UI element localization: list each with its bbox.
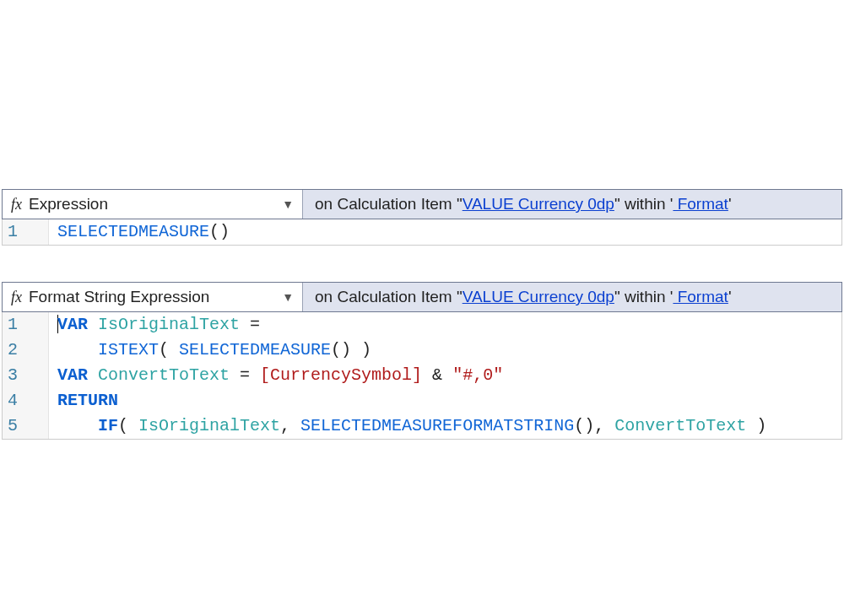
line-number: 1 bbox=[3, 219, 49, 245]
code-token: SELECTEDMEASUREFORMATSTRING bbox=[300, 416, 574, 435]
code-editor[interactable]: 1SELECTEDMEASURE() bbox=[2, 219, 842, 246]
code-line[interactable]: 4RETURN bbox=[3, 388, 841, 413]
code-token: IsOriginalText bbox=[98, 315, 240, 334]
code-token: = bbox=[240, 315, 260, 334]
indent bbox=[57, 416, 98, 435]
code-token: VAR bbox=[57, 365, 88, 385]
code-token: VAR bbox=[57, 315, 88, 334]
fx-icon: fx bbox=[3, 289, 29, 306]
code-token: IsOriginalText bbox=[138, 416, 280, 435]
context-prefix: on Calculation Item " bbox=[315, 195, 463, 213]
code-token: ISTEXT bbox=[98, 340, 159, 359]
editor-header-bar: fxFormat String Expression▼on Calculatio… bbox=[2, 282, 842, 312]
chevron-down-icon: ▼ bbox=[273, 290, 302, 304]
table-link[interactable]: Format bbox=[673, 195, 728, 213]
context-suffix: ' bbox=[728, 195, 732, 213]
code-token: IF bbox=[98, 416, 118, 435]
code-line[interactable]: 1SELECTEDMEASURE() bbox=[3, 219, 841, 245]
code-content[interactable]: VAR IsOriginalText = bbox=[49, 312, 260, 338]
code-token: () ) bbox=[331, 340, 371, 359]
context-mid: " within ' bbox=[614, 288, 674, 306]
dropdown-label: Format String Expression bbox=[29, 288, 273, 306]
code-token: SELECTEDMEASURE bbox=[57, 222, 209, 241]
line-number: 2 bbox=[3, 338, 49, 363]
line-number: 1 bbox=[3, 312, 49, 338]
code-token: ConvertToText bbox=[98, 365, 230, 385]
table-link[interactable]: Format bbox=[673, 288, 728, 306]
code-token: = bbox=[230, 365, 260, 385]
code-token: ) bbox=[746, 416, 766, 435]
code-token: [CurrencySymbol] bbox=[260, 365, 422, 385]
dropdown-label: Expression bbox=[29, 195, 273, 213]
code-token: "#,0" bbox=[452, 365, 503, 385]
code-line[interactable]: 3VAR ConvertToText = [CurrencySymbol] & … bbox=[3, 363, 841, 388]
editor-header-bar: fxExpression▼on Calculation Item "VALUE … bbox=[2, 189, 842, 219]
code-token: (), bbox=[574, 416, 614, 435]
code-token: & bbox=[422, 365, 452, 385]
code-token bbox=[88, 315, 98, 334]
context-breadcrumb: on Calculation Item "VALUE Currency 0dp"… bbox=[303, 283, 732, 311]
expression-type-dropdown[interactable]: fxExpression▼ bbox=[3, 190, 303, 219]
calculation-item-link[interactable]: VALUE Currency 0dp bbox=[463, 195, 614, 213]
context-breadcrumb: on Calculation Item "VALUE Currency 0dp"… bbox=[303, 190, 732, 219]
line-number: 4 bbox=[3, 388, 49, 413]
context-mid: " within ' bbox=[614, 195, 674, 213]
code-line[interactable]: 1VAR IsOriginalText = bbox=[3, 312, 841, 338]
code-line[interactable]: 5 IF( IsOriginalText, SELECTEDMEASUREFOR… bbox=[3, 413, 841, 439]
code-editor[interactable]: 1VAR IsOriginalText =2 ISTEXT( SELECTEDM… bbox=[2, 312, 842, 440]
code-token: , bbox=[280, 416, 300, 435]
indent bbox=[57, 340, 98, 359]
code-content[interactable]: VAR ConvertToText = [CurrencySymbol] & "… bbox=[49, 363, 503, 388]
code-token: ( bbox=[118, 416, 138, 435]
code-token: ( bbox=[159, 340, 179, 359]
code-content[interactable]: ISTEXT( SELECTEDMEASURE() ) bbox=[49, 338, 371, 363]
code-content[interactable]: IF( IsOriginalText, SELECTEDMEASUREFORMA… bbox=[49, 413, 766, 439]
code-token: SELECTEDMEASURE bbox=[179, 340, 331, 359]
editor-panel: fxExpression▼on Calculation Item "VALUE … bbox=[2, 189, 842, 246]
context-suffix: ' bbox=[728, 288, 732, 306]
code-token: ConvertToText bbox=[614, 416, 746, 435]
code-content[interactable]: RETURN bbox=[49, 388, 118, 413]
chevron-down-icon: ▼ bbox=[273, 197, 302, 211]
line-number: 5 bbox=[3, 413, 49, 439]
code-line[interactable]: 2 ISTEXT( SELECTEDMEASURE() ) bbox=[3, 338, 841, 363]
editor-panel: fxFormat String Expression▼on Calculatio… bbox=[2, 282, 842, 440]
code-token: RETURN bbox=[57, 391, 118, 410]
code-content[interactable]: SELECTEDMEASURE() bbox=[49, 219, 230, 245]
expression-type-dropdown[interactable]: fxFormat String Expression▼ bbox=[3, 283, 303, 311]
fx-icon: fx bbox=[3, 196, 29, 213]
line-number: 3 bbox=[3, 363, 49, 388]
calculation-item-link[interactable]: VALUE Currency 0dp bbox=[463, 288, 614, 306]
code-token: () bbox=[209, 222, 230, 241]
context-prefix: on Calculation Item " bbox=[315, 288, 463, 306]
code-token bbox=[88, 365, 98, 385]
